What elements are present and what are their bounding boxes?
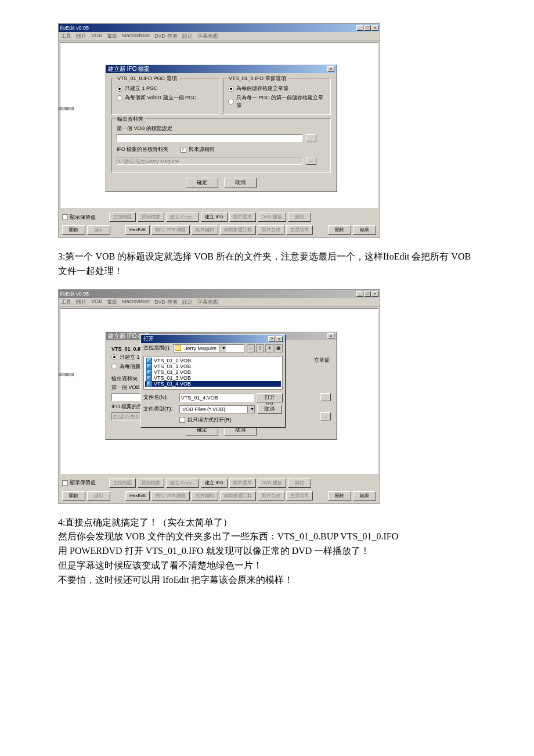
reserved-checkbox[interactable] — [62, 480, 68, 486]
toolbar-button[interactable]: DVD 播放 — [258, 213, 286, 222]
menu-item[interactable]: VOB — [91, 33, 102, 40]
toolbar-button[interactable]: HexEdit — [125, 491, 150, 501]
file-item[interactable]: VTS_01_3.VOB — [145, 375, 281, 381]
toolbar-button[interactable]: 縮製多重訂製 — [220, 491, 256, 501]
open-cancel-button[interactable]: 取消 — [257, 405, 282, 414]
toolbar-button[interactable]: 開片選單 — [229, 213, 256, 222]
open-button[interactable]: 打开(O) — [257, 393, 283, 402]
file-list[interactable]: VTS_01_0.VOB VTS_01_1.VOB VTS_01_2.VOB V… — [143, 356, 283, 390]
open-button[interactable]: 開啟 — [62, 491, 85, 501]
reserved-label: 顯示保留值 — [70, 214, 96, 221]
close-icon[interactable]: × — [276, 336, 283, 342]
window-titlebar: IfoEdit v0.95 _ □ × — [59, 290, 380, 298]
cancel-button[interactable]: 取消 — [224, 178, 257, 188]
browse-button[interactable]: .. — [306, 157, 316, 165]
toolbar-button[interactable]: 原始檔案 — [138, 213, 164, 222]
menu-item[interactable]: 字幕色彩 — [197, 298, 218, 306]
help-icon[interactable]: ? — [268, 336, 275, 342]
radio-chap-2[interactable]: 只為每一 PGC 的第一個儲存格建立章節 — [228, 94, 326, 109]
menu-item[interactable]: 設定 — [182, 298, 193, 306]
dialog-titlebar: 建立新 IFO 檔案 × — [106, 65, 337, 73]
splitter-icon[interactable] — [58, 373, 74, 376]
menu-item[interactable]: 設定 — [182, 33, 193, 40]
minimize-icon[interactable]: _ — [356, 291, 363, 297]
file-name: VTS_01_4.VOB — [154, 381, 191, 387]
menu-item[interactable]: 開片 — [76, 298, 86, 306]
menu-item[interactable]: 電影 — [107, 33, 117, 40]
minimize-icon[interactable]: _ — [356, 25, 363, 31]
toolbar-button[interactable]: 執行 VTS 總區 — [151, 225, 190, 235]
exit-button[interactable]: 結束 — [353, 491, 376, 501]
toolbar-button[interactable]: 儲存 — [87, 491, 110, 501]
file-item-selected[interactable]: VTS_01_4.VOB — [145, 381, 281, 387]
same-source-checkbox[interactable]: ✓ 與來源相同 — [181, 146, 215, 153]
filename-input[interactable]: VTS_01_4.VOB — [179, 394, 254, 402]
radio-chap-1[interactable]: 為每個儲存格建立章節 — [228, 85, 326, 92]
ok-button[interactable]: 確定 — [186, 178, 218, 188]
toolbar-button[interactable]: DVD 播放 — [258, 478, 286, 488]
radio-pgc-2[interactable]: 為每個新 VobID 建立一個 PGC — [117, 94, 214, 102]
exit-button[interactable]: 結束 — [353, 225, 376, 235]
toolbar-button[interactable]: 副片編輯 — [192, 225, 218, 235]
bottom-toolbar-2: 開啟 儲存 HexEdit 執行 VTS 總區 副片編輯 縮製多重訂製 剪片合併… — [60, 224, 378, 236]
radio-label: 為每個新 VobID 建立一個 PGC — [125, 94, 197, 102]
toolbar-button[interactable]: 主控制區 — [109, 478, 136, 488]
up-icon[interactable]: ⇧ — [256, 344, 264, 352]
create-ifo-button[interactable]: 建立 IFO — [201, 213, 228, 222]
toolbar-button[interactable]: 剪貼 — [288, 213, 311, 222]
close-icon[interactable]: × — [371, 291, 378, 297]
toolbar-button[interactable]: 執行 VTS 總區 — [151, 491, 190, 501]
menu-item[interactable]: VOB — [91, 298, 102, 306]
window-titlebar: IfoEdit v0.95 _ □ × — [59, 24, 380, 32]
toolbar-button[interactable]: HexEdit — [125, 225, 150, 235]
maximize-icon[interactable]: □ — [364, 25, 371, 31]
toolbar-button[interactable]: 縮製多重訂製 — [220, 225, 256, 235]
radio-pgc-1[interactable]: 只建立 1 PGC — [117, 85, 214, 92]
reserved-label: 顯示保留值 — [70, 479, 96, 487]
bottom-toolbar: 顯示保留值 主控制區 原始檔案 建立 Copy... 建立 IFO 開片選單 D… — [60, 211, 378, 224]
file-item[interactable]: VTS_01_0.VOB — [145, 358, 281, 363]
menu-item[interactable]: 開片 — [76, 33, 86, 40]
toolbar-button[interactable]: 副片編輯 — [192, 491, 218, 501]
dialog-close-icon[interactable]: × — [327, 66, 334, 72]
dialog-close-icon[interactable]: × — [327, 333, 334, 339]
filetype-combo[interactable]: VOB Files (*.VOB) ▼ — [179, 405, 255, 413]
toolbar-button[interactable]: 剪貼 — [288, 478, 311, 488]
menu-item[interactable]: DVD 作者 — [154, 298, 178, 306]
look-in-combo[interactable]: Jerry Maguire ▼ — [173, 344, 244, 352]
open-button[interactable]: 開啟 — [62, 225, 85, 235]
about-button[interactable]: 關於 — [328, 225, 351, 235]
new-folder-icon[interactable]: ✳ — [265, 344, 273, 352]
toolbar-button[interactable]: 建立 Copy... — [166, 478, 199, 488]
toolbar-button[interactable]: 主選項單 — [286, 491, 313, 501]
toolbar-button[interactable]: 剪片合併 — [258, 491, 284, 501]
view-icon[interactable]: ▦ — [275, 344, 283, 352]
menu-item[interactable]: Macrovision — [122, 33, 150, 40]
menu-item[interactable]: 電影 — [107, 298, 117, 306]
toolbar-button[interactable]: 原始檔案 — [138, 478, 164, 488]
browse-button[interactable]: .. — [306, 134, 316, 142]
reserved-checkbox[interactable] — [62, 214, 68, 220]
menu-item[interactable]: 字幕色彩 — [197, 33, 218, 40]
back-icon[interactable]: ← — [247, 344, 255, 352]
about-button[interactable]: 關於 — [328, 491, 351, 501]
file-item[interactable]: VTS_01_2.VOB — [145, 369, 281, 375]
menu-item[interactable]: Macrovision — [122, 298, 150, 306]
toolbar-button[interactable]: 主選項單 — [286, 225, 313, 235]
first-vob-input[interactable] — [117, 134, 302, 142]
menu-item[interactable]: 工具 — [61, 33, 71, 40]
close-icon[interactable]: × — [371, 25, 378, 31]
readonly-checkbox[interactable] — [179, 417, 185, 423]
toolbar-button[interactable]: 建立 Copy... — [166, 213, 199, 222]
maximize-icon[interactable]: □ — [364, 291, 371, 297]
toolbar-button[interactable]: 開片選單 — [229, 478, 256, 488]
radio-icon — [117, 95, 122, 101]
menu-item[interactable]: 工具 — [61, 298, 71, 306]
splitter-icon[interactable] — [58, 107, 74, 110]
file-item[interactable]: VTS_01_1.VOB — [145, 363, 281, 369]
toolbar-button[interactable]: 儲存 — [87, 225, 110, 235]
toolbar-button[interactable]: 主控制區 — [109, 213, 136, 222]
menu-item[interactable]: DVD 作者 — [154, 33, 178, 40]
toolbar-button[interactable]: 剪片合併 — [258, 225, 284, 235]
create-ifo-button[interactable]: 建立 IFO — [201, 478, 228, 488]
